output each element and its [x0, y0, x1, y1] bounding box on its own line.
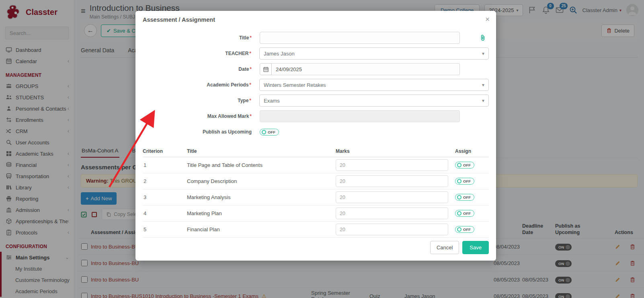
academic-periods-label: Academic Periods*	[143, 82, 259, 88]
criteria-table: Criterion Title Marks Assign 1 Title Pag…	[143, 147, 489, 238]
criteria-header: Criterion Title Marks Assign	[143, 147, 489, 157]
required-asterisk: *	[249, 98, 251, 103]
title-input[interactable]	[260, 32, 460, 44]
assign-toggle-off[interactable]: OFF	[455, 194, 474, 201]
assign-toggle-off[interactable]: OFF	[455, 210, 474, 217]
required-asterisk: *	[249, 51, 251, 56]
assign-toggle-off[interactable]: OFF	[455, 178, 474, 185]
max-allowed-mark-input[interactable]	[260, 110, 460, 122]
publish-as-upcoming-label: Publish as Upcoming	[143, 129, 260, 135]
criteria-row: 5 Financial Plan OFF	[143, 222, 489, 238]
type-label: Type*	[143, 98, 259, 103]
max-allowed-mark-label: Max Allowed Mark*	[143, 113, 260, 119]
marks-input[interactable]	[336, 224, 448, 235]
calendar-icon[interactable]	[260, 63, 272, 75]
marks-input[interactable]	[336, 191, 448, 203]
paperclip-icon[interactable]	[479, 34, 486, 41]
teacher-select[interactable]: James Jason▼	[259, 47, 489, 60]
close-icon[interactable]: ×	[485, 15, 490, 24]
caret-down-icon: ▼	[481, 99, 485, 103]
save-button[interactable]: Save	[462, 241, 489, 254]
cancel-button[interactable]: Cancel	[430, 241, 459, 254]
col-assign: Assign	[455, 148, 489, 154]
modal-form: Title* TEACHER* James Jason▼ Date* Acade…	[143, 32, 489, 138]
publish-toggle-off[interactable]: OFF	[260, 129, 279, 136]
required-asterisk: *	[250, 113, 252, 119]
type-select[interactable]: Exams▼	[259, 95, 489, 107]
caret-down-icon: ▼	[481, 51, 485, 56]
marks-input[interactable]	[336, 159, 448, 171]
caret-down-icon: ▼	[481, 83, 485, 87]
title-label: Title*	[143, 35, 260, 41]
academic-periods-select[interactable]: Winters Semester Retakes▼	[259, 79, 489, 91]
required-asterisk: *	[250, 66, 252, 72]
date-label: Date*	[143, 66, 260, 72]
date-input[interactable]	[272, 63, 460, 75]
assign-toggle-off[interactable]: OFF	[455, 162, 474, 169]
criteria-row: 4 Marketing Plan OFF	[143, 206, 489, 222]
criteria-row: 3 Marketing Analysis OFF	[143, 189, 489, 206]
marks-input[interactable]	[336, 208, 448, 219]
assessment-modal: Assessment / Assignment × Title* TEACHER…	[135, 11, 496, 261]
marks-input[interactable]	[336, 175, 448, 187]
modal-title: Assessment / Assignment	[143, 16, 489, 23]
col-title: Title	[187, 148, 336, 154]
col-marks: Marks	[336, 148, 455, 154]
required-asterisk: *	[250, 35, 252, 41]
criteria-row: 1 Title Page and Table of Contents OFF	[143, 157, 489, 173]
required-asterisk: *	[249, 82, 251, 88]
app-root: Classter Dashboard Calendar ‹ MANAGEMENT…	[0, 0, 644, 298]
assign-toggle-off[interactable]: OFF	[455, 226, 474, 233]
col-criterion: Criterion	[143, 148, 187, 154]
criteria-row: 2 Company Description OFF	[143, 173, 489, 189]
teacher-label: TEACHER*	[143, 51, 259, 56]
